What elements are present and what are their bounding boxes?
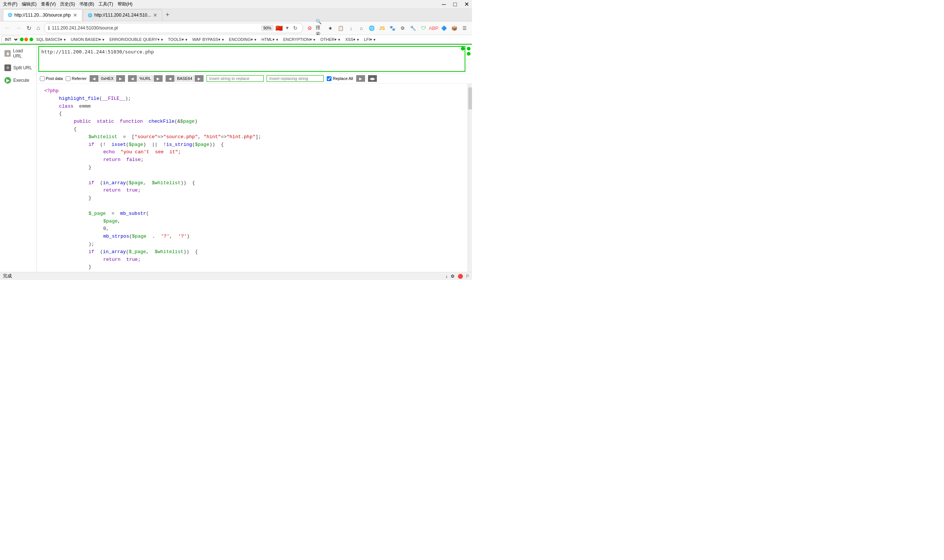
save-icon[interactable]: 📋 [336, 23, 345, 32]
menu-encoding[interactable]: ENCODING▾ [228, 37, 259, 43]
bookmark-star[interactable]: ★ [326, 23, 335, 32]
js-badge[interactable]: JS [378, 23, 386, 32]
code-line-1: highlight_file(__FILE__); [59, 95, 460, 103]
stop-icon[interactable]: ⊘ [305, 23, 314, 32]
split-url-icon: ⚙ [5, 65, 11, 71]
menu-other[interactable]: OTHER▾ [319, 37, 342, 43]
menu-xss[interactable]: XSS▾ [344, 37, 361, 43]
tab-close-0[interactable]: ✕ [73, 12, 77, 18]
referrer-checkbox[interactable] [66, 76, 71, 81]
menu-lfi[interactable]: LFI▾ [362, 37, 378, 43]
zoom-level: 90% [261, 25, 273, 31]
window-minimize[interactable]: ─ [442, 1, 446, 8]
menu-history[interactable]: 历史(S) [60, 1, 75, 8]
post-data-checkbox[interactable] [40, 76, 45, 81]
extension-icon[interactable]: 🔧 [409, 23, 417, 32]
tab-label-0: http://111.20...30/source.php [14, 12, 71, 18]
execute-icon: ▶ [5, 77, 11, 84]
nav-icons: ⊘ 🔍 搜索 ★ 📋 ↓ ⌂ 🌐 JS 🐾 ⚙ 🔧 🛡 ABP 🔷 📦 ☰ [305, 23, 469, 32]
code-line-14: $_page = mb_substr( [88, 210, 460, 218]
shield-icon[interactable]: 🛡 [419, 23, 428, 32]
home-icon2[interactable]: ⌂ [357, 23, 366, 32]
download-icon[interactable]: ↓ [347, 23, 355, 32]
menu-file[interactable]: 文件(F) [3, 1, 17, 8]
paw-icon[interactable]: 🐾 [388, 23, 397, 32]
left-panel: 📋 Load URL ⚙ Split URL ▶ Execute [0, 45, 37, 272]
menu-icon[interactable]: ☰ [460, 23, 469, 32]
info-icon[interactable]: ℹ [48, 25, 50, 31]
menu-tools[interactable]: TOOLS▾ [167, 37, 190, 43]
hex-arrow-right[interactable]: ▶ [116, 75, 125, 82]
menu-error-double[interactable]: ERROR/DOUBLE QUERY▾ [108, 37, 165, 43]
menu-help[interactable]: 帮助(H) [118, 1, 133, 8]
menu-view[interactable]: 查看(V) [41, 1, 56, 8]
base64-label: BASE64 [175, 75, 194, 82]
menu-waf-bypass[interactable]: WAF BYPASS▾ [191, 37, 226, 43]
code-line-5: { [74, 126, 460, 133]
ext2-icon[interactable]: 🔷 [440, 23, 449, 32]
replace-arrow[interactable]: ▶ [356, 75, 365, 82]
settings-icon[interactable]: ⚙ [398, 23, 407, 32]
replace-from-input[interactable] [207, 75, 264, 82]
status-icon-2: ⚙ [450, 274, 455, 279]
globe-icon[interactable]: 🌐 [367, 23, 376, 32]
dot-orange [24, 38, 28, 41]
back-button[interactable]: ← [3, 24, 12, 32]
main-panel: 📋 Load URL ⚙ Split URL ▶ Execute http://… [0, 45, 472, 272]
tab-bar: 🌐 http://111.20...30/source.php ✕ 🌐 http… [0, 9, 472, 22]
scrollbar-thumb[interactable] [468, 87, 472, 109]
base64-arrow-left[interactable]: ◀ [165, 75, 174, 82]
dropdown-icon[interactable]: ▼ [285, 25, 290, 31]
status-icon-4: P [466, 274, 469, 279]
code-line-8: echo "you can't see it"; [103, 148, 460, 156]
load-url-button[interactable]: 📋 Load URL [2, 46, 35, 61]
menu-edit[interactable]: 编辑(E) [22, 1, 37, 8]
code-line-20: return true; [103, 256, 460, 264]
window-close[interactable]: ✕ [464, 1, 469, 8]
menu-html[interactable]: HTML▾ [260, 37, 280, 43]
code-area-wrapper: <?php highlight_file(__FILE__); class em… [37, 84, 472, 272]
search-icon[interactable]: 🔍 搜索 [316, 23, 324, 32]
reload-in-bar[interactable]: ↻ [292, 24, 299, 32]
reload-button[interactable]: ↻ [25, 24, 33, 32]
url-section: http://111.200.241.244:51030/source.php [37, 45, 472, 74]
code-line-18: ); [88, 241, 460, 248]
base64-arrow-right[interactable]: ▶ [195, 75, 204, 82]
adblock-icon[interactable]: ABP [429, 23, 438, 32]
encode-bar: Post data Referrer ◀ 0xHEX ▶ ◀ %URL ▶ [37, 74, 472, 84]
status-right: ↓ ⚙ 🔴 P [446, 274, 469, 279]
replace-all-checkbox[interactable] [327, 76, 332, 81]
window-maximize[interactable]: □ [453, 1, 457, 8]
tab-1[interactable]: 🌐 http://111.200.241.244:510... ✕ [83, 9, 162, 21]
tab-close-1[interactable]: ✕ [153, 12, 157, 18]
referrer-checkbox-item: Referrer [66, 76, 86, 81]
tab-0[interactable]: 🌐 http://111.20...30/source.php ✕ [3, 9, 82, 21]
scrollbar[interactable] [467, 84, 472, 272]
url-arrow-right[interactable]: ▶ [154, 75, 163, 82]
execute-button[interactable]: ▶ Execute [2, 75, 35, 86]
int-select[interactable]: INT [2, 36, 19, 43]
replace-all-label: Replace All [333, 76, 353, 81]
status-icon-3: 🔴 [458, 274, 463, 279]
replace-arrow-2[interactable]: ◀▶ [368, 75, 377, 82]
menu-union-based[interactable]: UNION BASED▾ [69, 37, 106, 43]
home-button[interactable]: ⌂ [35, 24, 42, 32]
replace-to-input[interactable] [267, 75, 324, 82]
execute-label: Execute [13, 78, 29, 83]
forward-button[interactable]: → [14, 24, 23, 32]
menu-bar: 文件(F) 编辑(E) 查看(V) 历史(S) 书签(B) 工具(T) 帮助(H… [0, 0, 472, 9]
url-encode-group: ◀ %URL ▶ [128, 75, 163, 82]
ext3-icon[interactable]: 📦 [450, 23, 459, 32]
menu-sql-basics[interactable]: SQL BASICS▾ [35, 37, 68, 43]
code-line-11: if (in_array($page, $whitelist)) { [88, 179, 460, 187]
menu-tools[interactable]: 工具(T) [99, 1, 113, 8]
url-arrow-left[interactable]: ◀ [128, 75, 137, 82]
menu-encryption[interactable]: ENCRYPTION▾ [282, 37, 318, 43]
hex-arrow-left[interactable]: ◀ [89, 75, 99, 82]
url-input[interactable]: http://111.200.241.244:51030/source.php [39, 46, 465, 72]
sqli-toolbar: INT SQL BASICS▾ UNION BASED▾ ERROR/DOUBL… [0, 35, 472, 45]
menu-bookmarks[interactable]: 书签(B) [79, 1, 94, 8]
new-tab-button[interactable]: + [162, 10, 173, 20]
dot-green-2 [29, 38, 33, 41]
split-url-button[interactable]: ⚙ Split URL [2, 62, 35, 73]
